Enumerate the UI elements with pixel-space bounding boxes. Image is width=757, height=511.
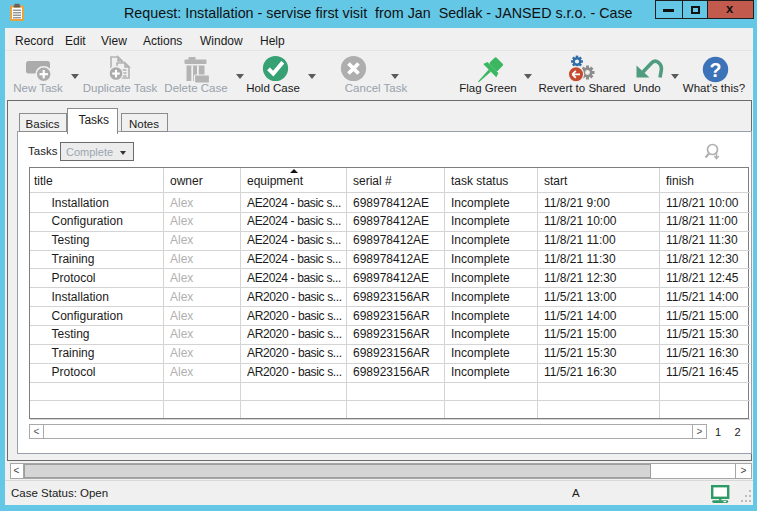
svg-text:?: ? <box>710 59 722 81</box>
